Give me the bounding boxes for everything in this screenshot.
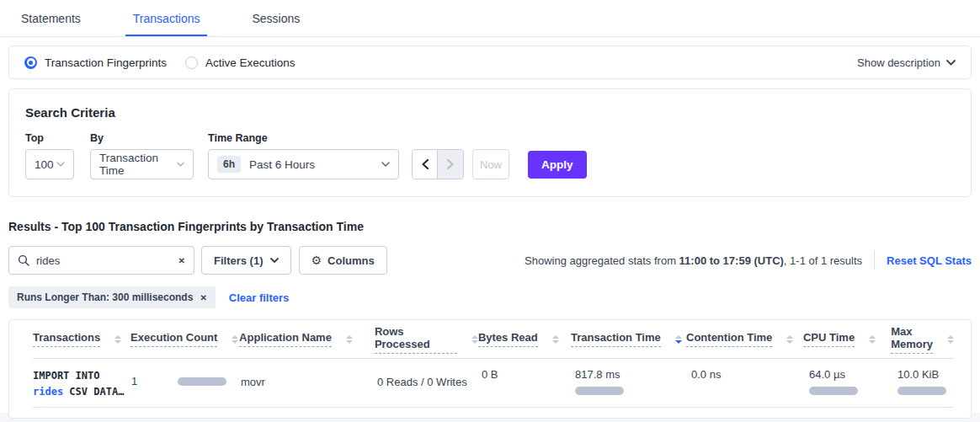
column-header-contention-time[interactable]: Contention Time: [686, 331, 803, 347]
chevron-left-icon: [422, 159, 429, 169]
vertical-divider: [874, 251, 875, 270]
table-header-row: Transactions Execution Count Application…: [33, 320, 954, 359]
time-range-field: Time Range 6h Past 6 Hours: [208, 132, 399, 179]
search-icon: [18, 254, 29, 266]
column-header-bytes-read[interactable]: Bytes Read: [478, 331, 571, 347]
time-pager: [412, 149, 464, 179]
columns-button-label: Columns: [328, 254, 375, 267]
sort-icon[interactable]: [232, 335, 238, 344]
active-filters-row: Runs Longer Than: 300 milliseconds ✕ Cle…: [8, 286, 972, 308]
top-label: Top: [25, 132, 74, 144]
search-input[interactable]: rides ✕: [8, 246, 194, 275]
column-header-transaction-time[interactable]: Transaction Time: [571, 331, 686, 347]
show-description-label: Show description: [857, 56, 940, 69]
radio-label: Transaction Fingerprints: [45, 56, 167, 69]
radio-selected-icon: [24, 56, 37, 69]
clear-filters-link[interactable]: Clear filters: [229, 291, 290, 304]
sort-icon[interactable]: [869, 335, 876, 344]
apply-button[interactable]: Apply: [528, 151, 587, 179]
time-range-badge: 6h: [217, 156, 241, 173]
column-header-execution-count[interactable]: Execution Count: [130, 331, 239, 347]
sort-icon[interactable]: [115, 335, 121, 344]
time-range-value: Past 6 Hours: [249, 158, 315, 171]
application-name-cell: movr: [241, 368, 377, 388]
transaction-link[interactable]: rides: [33, 386, 63, 398]
transaction-time-cell: 817.8 ms: [575, 368, 691, 395]
column-header-application-name[interactable]: Application Name: [239, 331, 375, 347]
radio-unselected-icon: [185, 56, 198, 69]
sort-icon[interactable]: [947, 335, 954, 344]
radio-active-executions[interactable]: Active Executions: [185, 56, 296, 69]
filter-chip-label: Runs Longer Than: 300 milliseconds: [17, 291, 193, 303]
sort-icon[interactable]: [675, 335, 682, 344]
time-range-select[interactable]: 6h Past 6 Hours: [208, 149, 399, 179]
gear-icon: ⚙: [312, 254, 322, 266]
by-select[interactable]: Transaction Time: [90, 149, 194, 179]
filters-button-label: Filters (1): [214, 254, 264, 267]
filter-chip-remove-icon[interactable]: ✕: [200, 293, 206, 302]
radio-transaction-fingerprints[interactable]: Transaction Fingerprints: [24, 56, 167, 69]
tab-transactions[interactable]: Transactions: [125, 0, 208, 36]
by-label: By: [90, 132, 194, 144]
search-criteria-panel: Search Criteria Top 100 By Transaction T…: [8, 88, 972, 197]
sort-icon[interactable]: [346, 335, 353, 344]
chevron-down-icon: [56, 162, 65, 167]
top-select[interactable]: 100: [25, 149, 74, 179]
column-header-cpu-time[interactable]: CPU Time: [803, 331, 891, 347]
aggregated-stats-text: Showing aggregated stats from 11:00 to 1…: [525, 254, 862, 267]
results-controls-row: rides ✕ Filters (1) ⚙ Columns Showing ag…: [8, 246, 972, 275]
chevron-down-icon: [381, 162, 390, 167]
chevron-right-icon: [447, 159, 454, 169]
search-criteria-title: Search Criteria: [25, 105, 955, 120]
time-prev-button[interactable]: [413, 150, 438, 179]
column-header-rows-processed[interactable]: Rows Processed: [375, 325, 478, 354]
sort-icon[interactable]: [471, 335, 478, 344]
execution-count-bar: [178, 377, 226, 386]
top-field: Top 100: [25, 132, 74, 179]
column-header-max-memory[interactable]: Max Memory: [891, 325, 954, 354]
chevron-down-icon: [946, 60, 956, 66]
cpu-time-cell: 64.0 µs: [809, 368, 897, 395]
search-input-value: rides: [36, 254, 60, 267]
by-select-value: Transaction Time: [99, 152, 177, 177]
show-description-toggle[interactable]: Show description: [857, 56, 956, 69]
stats-time-range: 11:00 to 17:59 (UTC): [679, 254, 784, 267]
radio-label: Active Executions: [205, 56, 296, 69]
chevron-down-icon: [177, 162, 184, 167]
tab-statements[interactable]: Statements: [13, 0, 88, 36]
bytes-read-cell: 0 B: [482, 368, 575, 381]
view-toggle-panel: Transaction Fingerprints Active Executio…: [8, 45, 972, 79]
filters-button[interactable]: Filters (1): [201, 246, 291, 275]
top-select-value: 100: [35, 158, 54, 171]
columns-button[interactable]: ⚙ Columns: [299, 246, 387, 275]
cpu-time-bar: [809, 387, 858, 395]
filter-chip: Runs Longer Than: 300 milliseconds ✕: [8, 286, 216, 308]
search-clear-icon[interactable]: ✕: [178, 256, 185, 265]
sort-icon[interactable]: [552, 335, 559, 344]
execution-count-cell: 1: [131, 368, 241, 387]
reset-sql-stats-link[interactable]: Reset SQL Stats: [887, 254, 972, 267]
now-button[interactable]: Now: [472, 149, 509, 179]
sort-icon[interactable]: [786, 335, 793, 344]
table-row: IMPORT INTOrides CSV DATA… 1 movr 0 Read…: [33, 359, 954, 408]
results-table: Transactions Execution Count Application…: [8, 319, 972, 419]
max-memory-cell: 10.0 KiB: [897, 368, 954, 395]
max-memory-bar: [897, 387, 946, 395]
transaction-time-bar: [575, 387, 624, 395]
time-range-label: Time Range: [208, 132, 399, 144]
sql-activity-tabbar: Statements Transactions Sessions: [0, 0, 980, 37]
chevron-down-icon: [270, 258, 279, 263]
rows-processed-cell: 0 Reads / 0 Writes: [377, 368, 482, 388]
transactions-page: Statements Transactions Sessions Transac…: [0, 0, 980, 413]
contention-time-cell: 0.0 ns: [691, 368, 809, 381]
by-field: By Transaction Time: [90, 132, 194, 179]
tab-sessions[interactable]: Sessions: [244, 0, 307, 36]
transaction-fingerprint-cell[interactable]: IMPORT INTOrides CSV DATA…: [33, 368, 131, 400]
column-header-transactions[interactable]: Transactions: [33, 331, 130, 347]
results-title: Results - Top 100 Transaction Fingerprin…: [8, 220, 972, 233]
time-next-button[interactable]: [438, 150, 463, 179]
